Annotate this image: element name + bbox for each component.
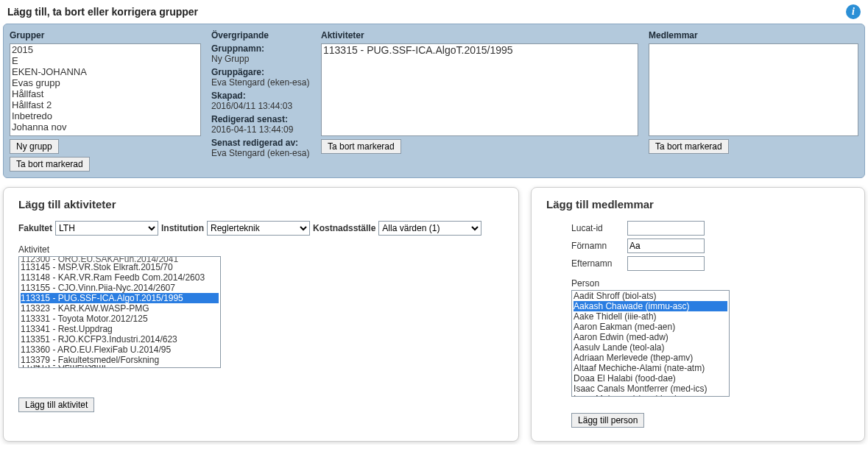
list-item[interactable]: Aaron Eakman (med-aen): [574, 322, 727, 332]
list-item[interactable]: E: [12, 55, 199, 66]
list-item[interactable]: Aaron Edwin (med-adw): [574, 332, 727, 342]
institution-label: Institution: [161, 223, 204, 233]
aktivitet-label: Aktivitet: [18, 244, 504, 255]
overgripande-label: Övergripande: [211, 30, 311, 40]
list-item[interactable]: 2015: [12, 44, 199, 55]
list-item[interactable]: 113351 - RJO.KCFP3.Industri.2014/623: [21, 334, 219, 344]
list-item[interactable]: 113379 - Fakultetsmedel/Forskning: [21, 355, 219, 365]
skapad-value: 2016/04/11 13:44:03: [211, 101, 311, 111]
list-item[interactable]: 113315 - PUG.SSF-ICA.AlgoT.2015/1995: [323, 44, 636, 56]
add-activity-button[interactable]: Lägg till aktivitet: [18, 397, 94, 412]
add-members-title: Lägg till medlemmar: [546, 198, 850, 211]
remove-group-button[interactable]: Ta bort markerad: [10, 157, 90, 172]
kostnad-select[interactable]: Alla värden (1): [378, 221, 481, 236]
fornamn-label: Förnamn: [571, 241, 624, 251]
list-item[interactable]: Israa Mohamed (med-ime): [574, 394, 727, 397]
list-item[interactable]: 113155 - CJO.Vinn.Piia-Nyc.2014/2607: [21, 283, 219, 293]
add-activities-title: Lägg till aktiviteter: [18, 198, 504, 211]
senast-label: Senast redigerad av:: [211, 138, 311, 148]
lucat-input[interactable]: [627, 221, 705, 236]
add-members-card: Lägg till medlemmar Lucat-id Förnamn Eft…: [531, 187, 865, 442]
remove-activity-button[interactable]: Ta bort markerad: [321, 139, 401, 154]
groups-panel: Grupper 2015EEKEN-JOHANNAEvas gruppHållf…: [3, 24, 865, 178]
gruppagare-value: Eva Stengard (eken-esa): [211, 77, 311, 88]
list-item[interactable]: Hållfast 2: [12, 99, 199, 110]
page-title: Lägg till, ta bort eller korrigera grupp…: [7, 6, 198, 18]
list-item[interactable]: 113413 - Gemensamt: [21, 365, 219, 368]
medlemmar-listbox[interactable]: [649, 43, 858, 136]
fornamn-input[interactable]: [627, 238, 705, 253]
list-item[interactable]: EKEN-JOHANNA: [12, 66, 199, 77]
list-item[interactable]: 113323 - KAR.KAW.WASP-PMG: [21, 303, 219, 314]
remove-member-button[interactable]: Ta bort markerad: [649, 139, 729, 154]
list-item[interactable]: Aadit Shroff (biol-ats): [574, 291, 727, 301]
person-listbox[interactable]: Aadit Shroff (biol-ats)Aakash Chawade (i…: [571, 290, 730, 397]
new-group-button[interactable]: Ny grupp: [10, 139, 59, 154]
gruppnamn-label: Gruppnamn:: [211, 43, 311, 54]
gruppagare-label: Gruppägare:: [211, 67, 311, 77]
list-item[interactable]: Johanna nov: [12, 121, 199, 132]
fakultet-select[interactable]: LTH: [55, 221, 158, 236]
list-item[interactable]: Doaa El Halabi (food-dae): [574, 373, 727, 384]
efternamn-input[interactable]: [627, 256, 705, 271]
redigerad-label: Redigerad senast:: [211, 114, 311, 124]
add-person-button[interactable]: Lägg till person: [571, 413, 644, 428]
list-item[interactable]: Adriaan Merlevede (thep-amv): [574, 353, 727, 363]
list-item[interactable]: Aasulv Lande (teol-ala): [574, 342, 727, 353]
aktiviteter-label: Aktiviteter: [321, 30, 638, 40]
list-item[interactable]: 113360 - ARO.EU.FlexiFab U.2014/95: [21, 344, 219, 355]
list-item[interactable]: Aakash Chawade (immu-asc): [574, 301, 727, 311]
list-item[interactable]: 113341 - Rest.Uppdrag: [21, 324, 219, 334]
list-item[interactable]: Evas grupp: [12, 77, 199, 88]
senast-value: Eva Stengard (eken-esa): [211, 148, 311, 158]
aktivitet-listbox[interactable]: 112300 - ORO.EU.SAKAFun.2014/2041113145 …: [18, 256, 221, 368]
add-activities-card: Lägg till aktiviteter Fakultet LTH Insti…: [3, 187, 519, 442]
redigerad-value: 2016-04-11 13:44:09: [211, 124, 311, 135]
efternamn-label: Efternamn: [571, 258, 624, 269]
medlemmar-label: Medlemmar: [649, 30, 858, 40]
list-item[interactable]: 113148 - KAR.VR.Ram Feedb Com.2014/2603: [21, 272, 219, 283]
info-icon[interactable]: i: [846, 4, 861, 19]
institution-select[interactable]: Reglerteknik: [207, 221, 310, 236]
skapad-label: Skapad:: [211, 91, 311, 101]
list-item[interactable]: Inbetredo: [12, 110, 199, 121]
aktiviteter-listbox[interactable]: 113315 - PUG.SSF-ICA.AlgoT.2015/1995: [321, 43, 638, 136]
person-label: Person: [571, 278, 850, 289]
list-item[interactable]: Isaac Canals Montferrer (med-ics): [574, 384, 727, 394]
list-item[interactable]: Hållfast: [12, 88, 199, 99]
list-item[interactable]: 113331 - Toyota Motor.2012/125: [21, 314, 219, 324]
grupper-label: Grupper: [10, 30, 201, 40]
list-item[interactable]: 112300 - ORO.EU.SAKAFun.2014/2041: [21, 257, 219, 262]
list-item[interactable]: 113145 - MSP.VR.Stok Elkraft.2015/70: [21, 262, 219, 272]
gruppnamn-value: Ny Grupp: [211, 54, 311, 64]
list-item[interactable]: Altaaf Mechiche-Alami (nate-atm): [574, 363, 727, 373]
grupper-listbox[interactable]: 2015EEKEN-JOHANNAEvas gruppHållfastHållf…: [10, 43, 201, 136]
list-item[interactable]: 113315 - PUG.SSF-ICA.AlgoT.2015/1995: [21, 293, 219, 303]
fakultet-label: Fakultet: [18, 223, 52, 233]
list-item[interactable]: Aake Thidell (iiie-ath): [574, 311, 727, 322]
lucat-label: Lucat-id: [571, 223, 624, 233]
kostnad-label: Kostnadsställe: [313, 223, 375, 233]
